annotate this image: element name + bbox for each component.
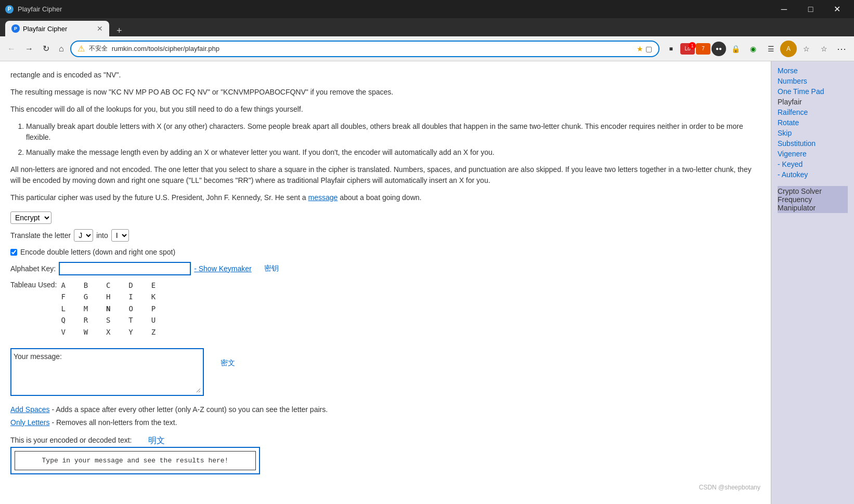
paragraph-5-end: about a boat going down. [340, 193, 421, 202]
profile-lock-button[interactable]: 🔒 [727, 41, 744, 57]
sidebar-item-substitution[interactable]: Substitution [778, 138, 848, 149]
instructions-list: Manually break apart double letters with… [26, 121, 760, 158]
translate-into-label: into [96, 230, 108, 241]
lastpass-icon[interactable]: Lo 1 [680, 43, 695, 55]
paragraph-4: All non-letters are ignored and not enco… [10, 164, 760, 186]
translate-from-select[interactable]: J [74, 229, 93, 242]
shield-button[interactable]: ◉ [745, 41, 761, 57]
encoded-textbox: Type in your message and see the results… [10, 447, 260, 475]
encoded-inner: Type in your message and see the results… [15, 451, 256, 471]
list-item-1: Manually break apart double letters with… [26, 121, 760, 143]
footer-text: CSDN @sheepbotany [699, 484, 760, 491]
url-text: rumkin.com/tools/cipher/playfair.php [112, 45, 632, 52]
tab-close-button[interactable]: ✕ [97, 24, 103, 33]
sidebar-item-morse[interactable]: Morse [778, 65, 848, 76]
alphabet-key-section: Alphabet Key: - Show Keymaker [10, 262, 252, 275]
only-letters-link[interactable]: Only Letters [10, 418, 49, 427]
sidebar-item-vigenere[interactable]: Vigenere [778, 149, 848, 159]
title-bar-title: Playfair Cipher [18, 5, 62, 13]
list-item-2: Manually make the message length even by… [26, 147, 760, 158]
checkbox-row: Encode double letters (down and right on… [10, 247, 760, 258]
encrypt-row: Encrypt Decrypt [10, 211, 760, 224]
extension-7-button[interactable]: 7 [696, 43, 710, 55]
alphabet-key-label: Alphabet Key: [10, 263, 56, 274]
forward-button[interactable]: → [22, 42, 36, 56]
sidebar-item-skip[interactable]: Skip [778, 128, 848, 138]
home-button[interactable]: ⌂ [56, 42, 67, 56]
encrypt-select[interactable]: Encrypt Decrypt [10, 211, 51, 224]
message-label: Your message: [14, 351, 201, 362]
extensions-button[interactable]: ■ [663, 41, 679, 57]
alphabet-key-row: Alphabet Key: - Show Keymaker 密钥 [10, 262, 760, 275]
paragraph-2: The resulting message is now "KC NV MP P… [10, 87, 760, 98]
tableau-row-2: F G H I K [61, 291, 159, 302]
message-link[interactable]: message [308, 193, 338, 202]
toolbar-icons: ■ Lo 1 7 ●● 🔒 ◉ ☰ A ☆ ☆ ⋯ [663, 41, 850, 57]
paragraph-1: rectangle and is encoded as "NV". [10, 70, 760, 81]
show-keymaker-link[interactable]: - Show Keymaker [194, 263, 251, 274]
links-row: Add Spaces - Adds a space after every ot… [10, 404, 760, 415]
extension-dark-button[interactable]: ●● [711, 42, 726, 56]
favorites-button[interactable]: ☆ [816, 41, 832, 57]
sidebar-item-railfence[interactable]: Railfence [778, 107, 848, 117]
active-tab[interactable]: P Playfair Cipher ✕ [5, 21, 109, 36]
encoded-label: This is your encoded or decoded text: [10, 435, 132, 446]
settings-button[interactable]: ⋯ [833, 41, 850, 57]
form-section: Encrypt Decrypt Translate the letter J i… [10, 211, 760, 474]
encode-doubles-label[interactable]: Encode double letters (down and right on… [20, 247, 175, 258]
sidebar-item-numbers[interactable]: Numbers [778, 76, 848, 86]
security-warning-text: 不安全 [89, 44, 108, 53]
profile-button[interactable]: A [780, 41, 797, 57]
message-section: Your message: [10, 348, 204, 396]
encoded-label-row: This is your encoded or decoded text: 明文 [10, 434, 760, 447]
translate-label: Translate the letter [10, 230, 71, 241]
paragraph-5-text: This particular cipher was used by the f… [10, 193, 306, 202]
tab-bar: P Playfair Cipher ✕ + [0, 18, 854, 36]
new-tab-button[interactable]: + [113, 25, 125, 36]
main-container: rectangle and is encoded as "NV". The re… [0, 61, 854, 504]
only-letters-desc: - Removes all non-letters from the text. [51, 418, 177, 427]
sidebar-item-autokey[interactable]: - Autokey [778, 169, 848, 180]
minimize-button[interactable]: ─ [772, 0, 796, 18]
tableau-section: Tableau Used: A B C D E F G H I K L M N … [10, 280, 760, 338]
url-bar[interactable]: ⚠ 不安全 rumkin.com/tools/cipher/playfair.p… [70, 41, 659, 57]
sidebar: Morse Numbers One Time Pad Playfair Rail… [771, 61, 854, 504]
tableau-row-5: V W X Y Z [61, 326, 159, 338]
sidebar-item-rotate[interactable]: Rotate [778, 117, 848, 128]
profile-icon[interactable]: A [780, 41, 797, 57]
refresh-button[interactable]: ↻ [40, 42, 53, 56]
tab-label: Playfair Cipher [23, 25, 67, 33]
sidebar-item-onetimepad[interactable]: One Time Pad [778, 86, 848, 97]
title-bar-left: P Playfair Cipher [5, 5, 62, 14]
annotation-key: 密钥 [264, 263, 279, 274]
reader-mode-button[interactable]: ☰ [762, 41, 779, 57]
close-button[interactable]: ✕ [825, 0, 849, 18]
sidebar-separator [778, 180, 848, 186]
encoded-placeholder: Type in your message and see the results… [42, 457, 229, 465]
tableau-row-3: L M N O P [61, 303, 159, 314]
paragraph-5: This particular cipher was used by the f… [10, 192, 760, 203]
maximize-button[interactable]: □ [799, 0, 822, 18]
collections-button[interactable]: ☆ [798, 41, 814, 57]
annotation-plaintext: 明文 [148, 434, 165, 447]
add-spaces-link[interactable]: Add Spaces [10, 405, 50, 414]
encode-doubles-checkbox[interactable] [10, 249, 17, 256]
back-button[interactable]: ← [4, 42, 19, 56]
translate-to-select[interactable]: I [111, 229, 129, 242]
tab-search-icon[interactable]: ▢ [645, 45, 652, 53]
alphabet-key-input[interactable] [60, 263, 190, 274]
star-icon[interactable]: ★ [637, 45, 643, 53]
title-bar: P Playfair Cipher ─ □ ✕ [0, 0, 854, 18]
tab-favicon: P [11, 24, 20, 33]
window-controls: ─ □ ✕ [772, 0, 849, 18]
message-row: Your message: 密文 [10, 342, 760, 402]
only-letters-row: Only Letters - Removes all non-letters f… [10, 417, 760, 428]
sidebar-item-cryptosolver[interactable]: Crypto Solver Frequency Manipulator [778, 186, 848, 213]
message-textarea[interactable] [14, 364, 201, 393]
url-icons: ★ ▢ [637, 45, 652, 53]
extension-badge-7: 7 [696, 43, 710, 55]
add-spaces-desc: - Adds a space after every other letter … [51, 405, 328, 414]
sidebar-item-playfair: Playfair [778, 97, 848, 107]
tableau-grid: A B C D E F G H I K L M N O P Q R S T U … [61, 280, 159, 338]
sidebar-item-keyed[interactable]: - Keyed [778, 159, 848, 169]
